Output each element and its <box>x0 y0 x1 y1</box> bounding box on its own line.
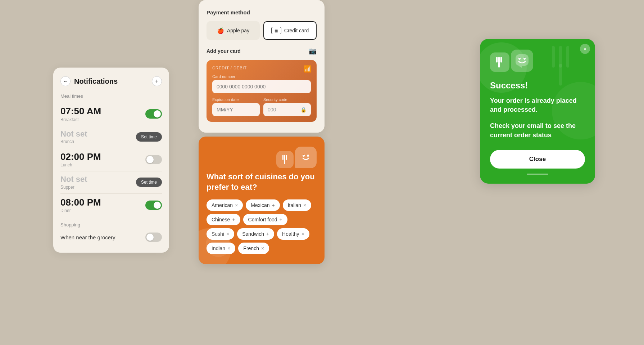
cuisine-panel: What sort of cuisines do you prefer to e… <box>199 137 325 264</box>
credit-card-icon: ▦ <box>271 27 281 34</box>
tag-sandwich[interactable]: Sandwich + <box>237 228 274 240</box>
breakfast-toggle[interactable] <box>145 109 162 119</box>
card-type-label: CREDIT / DEBIT <box>212 66 311 70</box>
add-card-section: Add your card 📷 <box>207 47 317 55</box>
lunch-toggle[interactable] <box>145 155 162 164</box>
add-notification-button[interactable]: + <box>152 76 162 86</box>
diner-row: 08:00 PM Diner <box>60 194 162 217</box>
meal-times-label: Meal times <box>60 93 162 99</box>
supper-label: Supper <box>60 185 87 190</box>
fork-icon <box>276 151 294 168</box>
add-card-label: Add your card <box>207 48 241 54</box>
svg-rect-3 <box>284 159 285 164</box>
tag-sandwich-action[interactable]: + <box>266 231 269 237</box>
tag-italian-action[interactable]: × <box>303 202 306 208</box>
expiry-label: Expiration date <box>212 97 260 102</box>
back-button[interactable]: ← <box>60 76 71 86</box>
svg-rect-18 <box>516 54 529 66</box>
security-label: Security code <box>263 97 311 102</box>
supper-row: Not set Supper Set time <box>60 171 162 193</box>
tag-french[interactable]: French × <box>238 243 269 254</box>
tag-american-label: American <box>212 202 233 208</box>
tag-mexican[interactable]: Mexican + <box>246 199 280 211</box>
card-number-label: Card number <box>212 74 311 79</box>
expiry-input[interactable] <box>212 103 260 116</box>
expiry-group: Expiration date <box>212 97 260 116</box>
notifications-panel: ← Notifications + Meal times 07:50 AM Br… <box>53 68 169 253</box>
svg-point-7 <box>308 155 308 155</box>
svg-rect-17 <box>498 62 500 68</box>
breakfast-label: Breakfast <box>60 117 101 122</box>
diner-label: Diner <box>60 208 101 213</box>
tag-american-action[interactable]: × <box>235 202 238 208</box>
lunch-time: 02:00 PM <box>60 152 101 162</box>
tag-american[interactable]: American × <box>207 199 243 211</box>
svg-rect-2 <box>286 155 287 160</box>
tag-mexican-action[interactable]: + <box>272 202 275 208</box>
tag-chinese-label: Chinese <box>212 217 230 222</box>
lunch-label: Lunch <box>60 162 101 167</box>
svg-rect-1 <box>284 155 285 160</box>
home-indicator <box>527 174 548 175</box>
brunch-label: Brunch <box>60 139 87 144</box>
payment-panel: Payment method 🍎 Apple pay ▦ Credit card… <box>199 0 325 133</box>
notifications-header-left: ← Notifications <box>60 76 118 86</box>
svg-rect-0 <box>282 155 284 160</box>
tag-healthy-label: Healthy <box>282 231 299 237</box>
smiley-bubble-success <box>511 50 533 72</box>
tag-comfort-food-label: Comfort food <box>248 217 277 222</box>
notifications-title: Notifications <box>74 77 118 86</box>
shopping-label: Shopping <box>60 222 162 227</box>
diner-time: 08:00 PM <box>60 197 101 208</box>
decoration-circle-2 <box>206 232 231 257</box>
brunch-time: Not set <box>60 130 87 138</box>
card-number-input[interactable] <box>212 80 311 93</box>
smiley-bubble <box>295 147 317 168</box>
svg-rect-14 <box>496 57 498 63</box>
success-close-button[interactable]: Close <box>490 150 585 169</box>
tag-comfort-food-action[interactable]: + <box>280 217 282 222</box>
tag-italian[interactable]: Italian × <box>283 199 312 211</box>
security-group: Security code 000 🔒 <box>263 97 311 116</box>
tag-french-label: French <box>243 245 259 251</box>
supper-time: Not set <box>60 175 87 184</box>
breakfast-row: 07:50 AM Breakfast <box>60 102 162 126</box>
svg-marker-23 <box>518 66 522 68</box>
svg-point-21 <box>519 58 520 58</box>
grocery-toggle[interactable] <box>145 233 162 242</box>
payment-methods: 🍎 Apple pay ▦ Credit card <box>207 21 317 40</box>
credit-card-label: Credit card <box>284 28 309 33</box>
tag-chinese-action[interactable]: + <box>232 217 235 222</box>
camera-icon[interactable]: 📷 <box>309 47 317 55</box>
card-visual: CREDIT / DEBIT 📶 Card number Expiration … <box>207 60 317 122</box>
tag-french-action[interactable]: × <box>261 245 264 251</box>
supper-set-time-button[interactable]: Set time <box>136 178 162 187</box>
success-message: Success! Your order is already placed an… <box>490 80 585 140</box>
svg-rect-15 <box>498 57 500 63</box>
lock-icon: 🔒 <box>300 107 307 112</box>
success-panel: × <box>480 39 595 184</box>
svg-rect-16 <box>500 57 502 63</box>
contactless-icon: 📶 <box>304 65 312 73</box>
svg-point-6 <box>303 155 304 155</box>
payment-title: Payment method <box>207 9 317 15</box>
credit-card-button[interactable]: ▦ Credit card <box>263 21 317 40</box>
security-input[interactable]: 000 🔒 <box>263 103 311 116</box>
cuisine-question: What sort of cuisines do you prefer to e… <box>207 172 317 192</box>
success-body: Your order is already placed and process… <box>490 96 585 114</box>
tag-mexican-label: Mexican <box>251 202 269 208</box>
diner-toggle[interactable] <box>145 201 162 210</box>
tag-italian-label: Italian <box>288 202 301 208</box>
svg-point-22 <box>524 58 525 58</box>
brunch-set-time-button[interactable]: Set time <box>136 132 162 142</box>
apple-pay-button[interactable]: 🍎 Apple pay <box>207 21 260 40</box>
breakfast-time: 07:50 AM <box>60 106 101 116</box>
brunch-row: Not set Brunch Set time <box>60 126 162 148</box>
tag-chinese[interactable]: Chinese + <box>207 214 240 225</box>
apple-icon: 🍎 <box>217 27 224 34</box>
card-bottom: Expiration date Security code 000 🔒 <box>212 97 311 116</box>
tag-comfort-food[interactable]: Comfort food + <box>243 214 287 225</box>
tag-healthy[interactable]: Healthy × <box>277 228 309 240</box>
success-icon-area <box>490 50 585 72</box>
tag-healthy-action[interactable]: × <box>301 231 304 237</box>
